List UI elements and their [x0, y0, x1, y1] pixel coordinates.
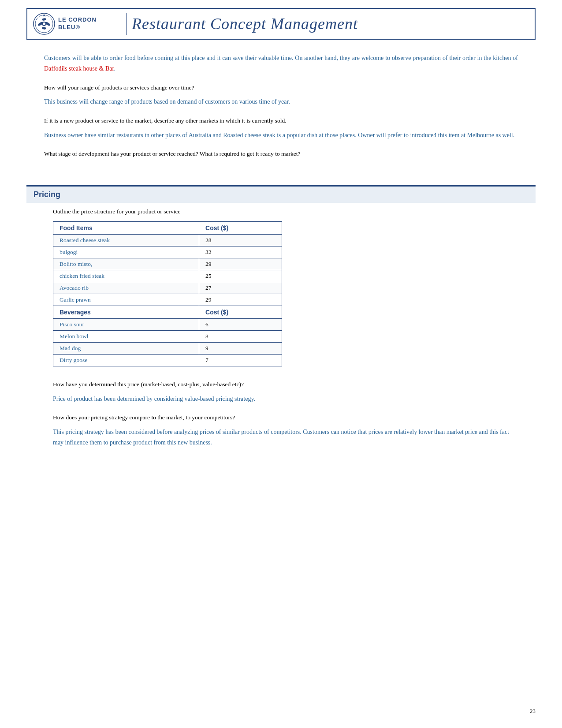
- logo-text: LE CORDON BLEU®: [58, 16, 97, 31]
- food-row: chicken fried steak25: [53, 270, 282, 282]
- bev-item-name: Dirty goose: [53, 354, 199, 366]
- food-item-cost: 25: [199, 270, 282, 282]
- pricing-q2: How does your pricing strategy compare t…: [53, 413, 509, 422]
- food-item-name: Bolitto misto,: [53, 258, 199, 270]
- food-item-cost: 27: [199, 282, 282, 294]
- food-item-name: Garlic prawn: [53, 294, 199, 306]
- food-row: Avocado rib27: [53, 282, 282, 294]
- logo-emblem-icon: [33, 12, 56, 35]
- header-script-title: Restaurant Concept Management: [132, 15, 358, 33]
- svg-marker-8: [43, 14, 45, 17]
- bev-item-name: Pisco sour: [53, 318, 199, 330]
- food-cost-header: Cost ($): [199, 221, 282, 234]
- answer-2: Business owner have similar restaurants …: [44, 130, 518, 141]
- question-2: If it is a new product or service to the…: [44, 116, 518, 126]
- svg-point-7: [43, 22, 45, 25]
- food-item-cost: 32: [199, 246, 282, 258]
- question-3: What stage of development has your produ…: [44, 149, 518, 159]
- pricing-header-bar: Pricing: [26, 187, 536, 203]
- bev-item-cost: 7: [199, 354, 282, 366]
- bev-item-cost: 9: [199, 342, 282, 354]
- svg-point-5: [42, 27, 47, 30]
- bev-items-header: Beverages: [53, 306, 199, 318]
- pricing-q1: How have you determined this price (mark…: [53, 380, 509, 389]
- bev-row: Pisco sour6: [53, 318, 282, 330]
- bev-item-cost: 6: [199, 318, 282, 330]
- food-row: Bolitto misto,29: [53, 258, 282, 270]
- food-item-cost: 29: [199, 258, 282, 270]
- bev-row: Melon bowl8: [53, 330, 282, 342]
- pricing-content: Outline the price structure for your pro…: [26, 203, 536, 466]
- brand-name: Daffodils steak house & Bar: [44, 65, 114, 72]
- pricing-section: Pricing Outline the price structure for …: [26, 185, 536, 466]
- main-content: Customers will be able to order food bef…: [44, 53, 518, 159]
- food-row: bulgogi32: [53, 246, 282, 258]
- pricing-subtitle: Outline the price structure for your pro…: [53, 208, 509, 215]
- food-item-name: Roasted cheese steak: [53, 234, 199, 246]
- pricing-a2: This pricing strategy has been considere…: [53, 427, 509, 448]
- food-item-name: Avocado rib: [53, 282, 199, 294]
- logo-container: LE CORDON BLEU®: [33, 12, 121, 35]
- food-row: Roasted cheese steak28: [53, 234, 282, 246]
- post-table-questions: How have you determined this price (mark…: [53, 380, 509, 448]
- food-item-cost: 28: [199, 234, 282, 246]
- bev-item-name: Melon bowl: [53, 330, 199, 342]
- bev-header-row: Beverages Cost ($): [53, 306, 282, 318]
- food-row: Garlic prawn29: [53, 294, 282, 306]
- svg-point-4: [42, 18, 47, 21]
- pricing-a1: Price of product has been determined by …: [53, 394, 509, 404]
- food-item-name: chicken fried steak: [53, 270, 199, 282]
- pricing-title: Pricing: [33, 190, 60, 199]
- food-header-row: Food Items Cost ($): [53, 221, 282, 234]
- food-item-cost: 29: [199, 294, 282, 306]
- header-divider: [126, 13, 127, 35]
- answer-1: This business will change range of produ…: [44, 97, 518, 107]
- bev-cost-header: Cost ($): [199, 306, 282, 318]
- food-items-header: Food Items: [53, 221, 199, 234]
- intro-paragraph: Customers will be able to order food bef…: [44, 53, 518, 74]
- bev-row: Dirty goose7: [53, 354, 282, 366]
- page-header: LE CORDON BLEU® Restaurant Concept Manag…: [26, 8, 536, 40]
- question-1: How will your range of products or servi…: [44, 83, 518, 93]
- page-number: 23: [530, 708, 536, 715]
- bev-item-name: Mad dog: [53, 342, 199, 354]
- food-item-name: bulgogi: [53, 246, 199, 258]
- bev-row: Mad dog9: [53, 342, 282, 354]
- price-table: Food Items Cost ($) Roasted cheese steak…: [53, 221, 282, 366]
- bev-item-cost: 8: [199, 330, 282, 342]
